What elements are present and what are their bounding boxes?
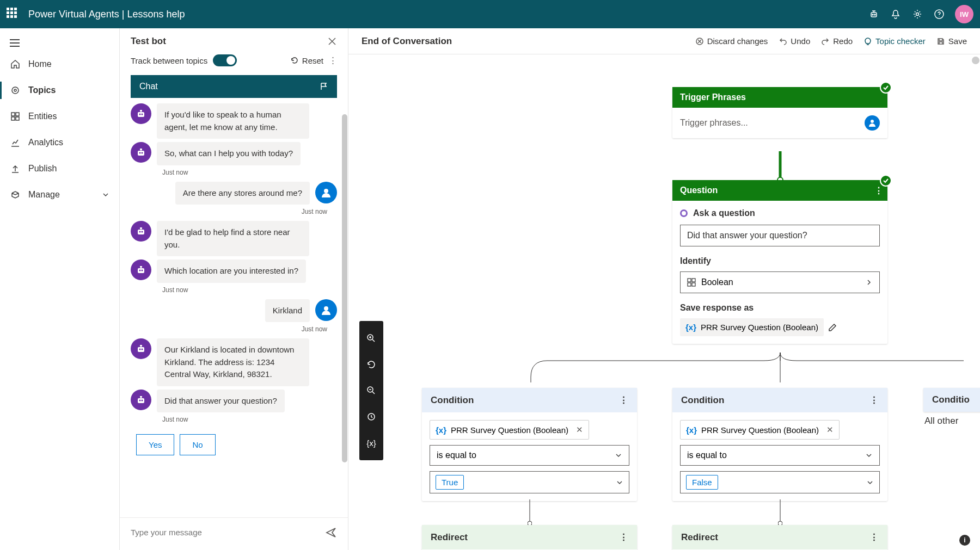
bot-icon[interactable] [868, 8, 880, 20]
condition-variable[interactable]: {x}PRR Survey Question (Boolean)✕ [430, 420, 589, 440]
nav-label: Topics [28, 85, 56, 95]
operator-select[interactable]: is equal to [680, 445, 880, 466]
variable-chip[interactable]: {x}PRR Survey Question (Boolean) [680, 318, 824, 336]
more-icon[interactable]: ⋮ [619, 532, 628, 543]
svg-point-24 [142, 231, 143, 233]
bot-avatar-icon [131, 221, 151, 242]
nav-entities[interactable]: Entities [0, 103, 119, 129]
svg-point-39 [139, 399, 141, 401]
identify-select[interactable]: Boolean [680, 271, 880, 293]
svg-rect-15 [141, 111, 142, 113]
more-icon[interactable]: ⋮ [329, 55, 337, 65]
waffle-icon[interactable] [7, 8, 20, 21]
user-avatar-icon [315, 182, 337, 203]
more-icon[interactable]: ⋮ [869, 532, 879, 543]
svg-rect-26 [141, 228, 142, 230]
nav-manage[interactable]: Manage [0, 182, 119, 208]
edit-icon[interactable] [828, 323, 837, 332]
history-icon[interactable] [359, 404, 383, 430]
value-select[interactable]: True [430, 471, 629, 493]
message-input[interactable] [131, 523, 320, 541]
timestamp: Just now [131, 325, 327, 333]
timestamp: Just now [162, 169, 337, 176]
nav-label: Analytics [28, 138, 63, 147]
zoom-out-icon[interactable] [359, 378, 383, 404]
nav-analytics[interactable]: Analytics [0, 129, 119, 156]
quick-reply-yes[interactable]: Yes [136, 434, 174, 455]
remove-icon[interactable]: ✕ [576, 425, 583, 435]
trigger-phrases-node[interactable]: Trigger Phrases Trigger phrases... [672, 87, 887, 138]
close-icon[interactable] [327, 36, 337, 46]
svg-point-23 [139, 231, 141, 233]
redo-button[interactable]: Redo [821, 36, 853, 46]
bot-avatar-icon [131, 142, 151, 163]
node-body: Ask a question Did that answer your ques… [672, 201, 887, 344]
condition-node-2[interactable]: Condition ⋮ {x}PRR Survey Question (Bool… [672, 388, 887, 501]
analytics-icon [10, 137, 21, 148]
track-label: Track between topics [131, 56, 207, 65]
svg-point-34 [139, 349, 141, 350]
entities-icon [10, 111, 21, 122]
zoom-in-icon[interactable] [359, 325, 383, 351]
message-bubble: So, what can I help you with today? [157, 142, 301, 165]
nav-home[interactable]: Home [0, 51, 119, 77]
authoring-canvas: End of Conversation Discard changes Undo… [348, 28, 980, 550]
settings-icon[interactable] [911, 8, 923, 20]
reset-button[interactable]: Reset [290, 56, 323, 65]
track-toggle[interactable] [213, 54, 237, 66]
chat-scrollbar[interactable] [342, 98, 347, 517]
hamburger-button[interactable] [0, 35, 119, 51]
more-icon[interactable]: ⋮ [869, 394, 879, 406]
timestamp: Just now [162, 286, 337, 294]
info-icon[interactable]: i [959, 535, 970, 546]
canvas-body[interactable]: {x} Trigger Phrases Trigger phrases... [348, 54, 980, 550]
flag-icon[interactable] [320, 82, 328, 91]
app-header: Power Virtual Agents | Lessons help IW [0, 0, 980, 28]
svg-point-17 [139, 152, 141, 154]
redirect-node-1[interactable]: Redirect ⋮ Confirmed Success [422, 525, 637, 550]
redirect-node-2[interactable]: Redirect ⋮ Confirmed Failure [672, 525, 887, 550]
send-icon[interactable] [325, 527, 337, 539]
value-select[interactable]: False [680, 471, 880, 493]
svg-point-35 [142, 349, 143, 350]
message-bubble: Which location are you interested in? [157, 259, 306, 283]
svg-rect-22 [138, 230, 144, 234]
question-node[interactable]: Question ⋮ Ask a question Did that answe… [672, 180, 887, 344]
more-icon[interactable]: ⋮ [874, 186, 883, 196]
bot-message: If you'd like to speak to a human agent,… [131, 103, 337, 139]
nav-topics[interactable]: Topics [0, 77, 119, 103]
variables-icon[interactable]: {x} [359, 430, 383, 456]
bot-message: So, what can I help you with today? [131, 142, 337, 165]
user-avatar[interactable]: IW [955, 5, 973, 23]
remove-icon[interactable]: ✕ [826, 425, 834, 435]
condition-variable[interactable]: {x}PRR Survey Question (Boolean)✕ [680, 420, 840, 440]
trigger-input[interactable]: Trigger phrases... [672, 108, 887, 138]
user-message: Kirkland [131, 299, 337, 323]
svg-point-3 [916, 13, 919, 16]
canvas-title: End of Conversation [362, 36, 695, 47]
save-response-label: Save response as [680, 303, 880, 313]
refresh-icon[interactable] [359, 351, 383, 378]
svg-point-13 [142, 114, 143, 115]
node-header: Condition ⋮ [422, 388, 637, 412]
svg-point-40 [142, 399, 143, 401]
canvas-scrollbar[interactable] [971, 54, 980, 550]
save-button[interactable]: Save [936, 36, 967, 46]
nav-publish[interactable]: Publish [0, 156, 119, 182]
question-text-input[interactable]: Did that answer your question? [680, 225, 880, 246]
more-icon[interactable]: ⋮ [619, 394, 628, 406]
discard-button[interactable]: Discard changes [695, 36, 768, 46]
svg-rect-27 [138, 268, 144, 273]
topic-checker-button[interactable]: Topic checker [863, 36, 926, 46]
condition-node-1[interactable]: Condition ⋮ {x}PRR Survey Question (Bool… [422, 388, 637, 501]
node-header: Condition ⋮ [672, 388, 887, 412]
bot-avatar-icon [131, 259, 151, 280]
undo-button[interactable]: Undo [779, 36, 810, 46]
quick-reply-no[interactable]: No [180, 434, 215, 455]
message-bubble: Are there any stores around me? [175, 182, 310, 205]
notifications-icon[interactable] [890, 8, 902, 20]
operator-select[interactable]: is equal to [430, 445, 629, 466]
help-icon[interactable] [933, 8, 945, 20]
svg-rect-7 [11, 113, 15, 116]
svg-rect-52 [688, 283, 691, 286]
